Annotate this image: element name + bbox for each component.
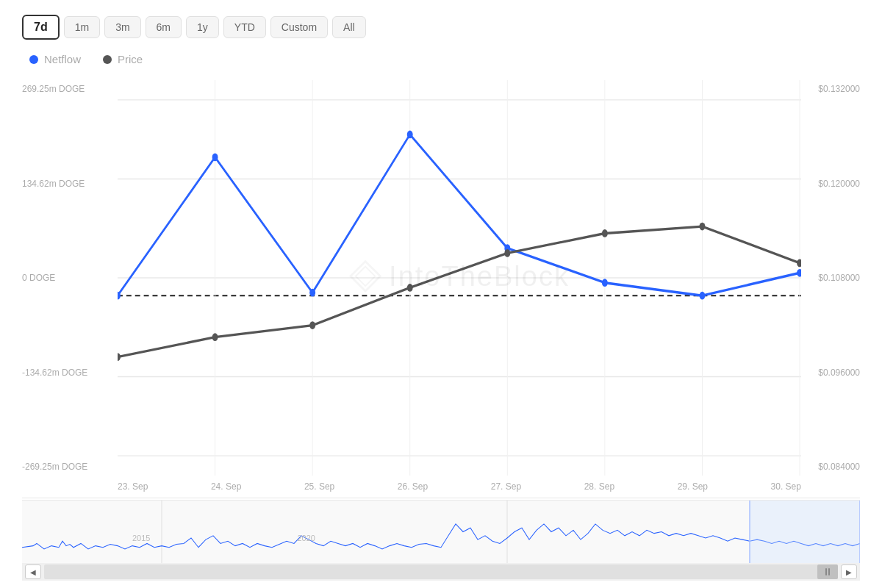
x-label-6: 29. Sep — [678, 481, 708, 492]
btn-3m[interactable]: 3m — [104, 16, 140, 38]
svg-point-16 — [212, 154, 218, 162]
btn-1m[interactable]: 1m — [64, 16, 100, 38]
y-label-right-2: $0.108000 — [801, 273, 860, 283]
chart-svg-area: IntoTheBlock — [118, 80, 801, 476]
y-label-4: -269.25m DOGE — [22, 462, 118, 472]
x-label-4: 27. Sep — [491, 481, 521, 492]
svg-rect-31 — [22, 501, 860, 563]
legend-netflow: Netflow — [29, 53, 81, 65]
legend-netflow-label: Netflow — [44, 53, 81, 65]
y-label-right-1: $0.120000 — [801, 179, 860, 189]
time-range-toolbar: 7d 1m 3m 6m 1y YTD Custom All — [22, 15, 860, 40]
x-label-0: 23. Sep — [118, 481, 148, 492]
y-axis-right: $0.132000 $0.120000 $0.108000 $0.096000 … — [801, 80, 860, 476]
chart-wrapper: 269.25m DOGE 134.62m DOGE 0 DOGE -134.62… — [22, 80, 860, 581]
nav-scroll-handle[interactable] — [817, 564, 838, 579]
svg-point-30 — [797, 259, 801, 267]
y-label-1: 134.62m DOGE — [22, 179, 118, 189]
btn-6m[interactable]: 6m — [146, 16, 182, 38]
svg-point-24 — [212, 333, 218, 341]
svg-point-22 — [797, 269, 801, 277]
y-label-right-0: $0.132000 — [801, 84, 860, 94]
x-label-3: 26. Sep — [398, 481, 428, 492]
y-label-0: 269.25m DOGE — [22, 84, 118, 94]
legend-price-label: Price — [118, 53, 143, 65]
svg-point-18 — [407, 131, 413, 139]
legend-price: Price — [103, 53, 143, 65]
nav-arrow-right[interactable]: ▶ — [841, 564, 857, 579]
price-dot — [103, 55, 112, 64]
nav-handle-lines — [825, 568, 830, 576]
y-label-right-3: $0.096000 — [801, 368, 860, 378]
x-label-2: 25. Sep — [304, 481, 334, 492]
svg-point-29 — [699, 223, 705, 231]
navigator-scrollbar[interactable]: ◀ ▶ — [22, 563, 860, 581]
svg-point-28 — [602, 229, 608, 237]
svg-point-26 — [407, 284, 413, 292]
y-axis-left: 269.25m DOGE 134.62m DOGE 0 DOGE -134.62… — [22, 80, 118, 476]
main-chart-svg — [118, 80, 801, 476]
btn-custom[interactable]: Custom — [270, 16, 328, 38]
netflow-dot — [29, 55, 38, 64]
svg-rect-34 — [750, 501, 860, 563]
svg-point-20 — [602, 279, 608, 287]
y-label-right-4: $0.084000 — [801, 462, 860, 472]
svg-point-27 — [504, 249, 510, 257]
navigator: 2015 2020 ◀ ▶ — [22, 500, 860, 581]
nav-arrow-left[interactable]: ◀ — [25, 564, 41, 579]
nav-handle-line-2 — [828, 568, 830, 576]
svg-point-25 — [309, 321, 315, 329]
main-chart: 269.25m DOGE 134.62m DOGE 0 DOGE -134.62… — [22, 80, 860, 498]
x-label-1: 24. Sep — [211, 481, 241, 492]
chart-legend: Netflow Price — [22, 53, 860, 65]
x-label-5: 28. Sep — [584, 481, 614, 492]
x-axis: 23. Sep 24. Sep 25. Sep 26. Sep 27. Sep … — [118, 476, 801, 498]
svg-point-21 — [699, 292, 705, 300]
btn-all[interactable]: All — [332, 16, 366, 38]
btn-ytd[interactable]: YTD — [223, 16, 266, 38]
main-container: 7d 1m 3m 6m 1y YTD Custom All Netflow Pr… — [0, 0, 882, 588]
navigator-svg-area: 2015 2020 — [22, 501, 860, 563]
y-label-3: -134.62m DOGE — [22, 368, 118, 378]
btn-1y[interactable]: 1y — [186, 16, 219, 38]
svg-point-17 — [309, 289, 315, 297]
y-label-2: 0 DOGE — [22, 273, 118, 283]
navigator-chart-svg — [22, 501, 860, 563]
nav-handle-line-1 — [825, 568, 827, 576]
x-label-7: 30. Sep — [771, 481, 801, 492]
btn-7d[interactable]: 7d — [22, 15, 60, 40]
svg-point-23 — [118, 353, 121, 361]
nav-scroll-track[interactable] — [44, 564, 838, 579]
